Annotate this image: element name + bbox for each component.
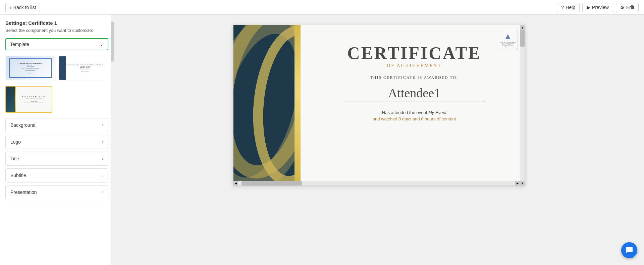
chevron-right-icon: › <box>102 123 103 127</box>
chevron-left-icon: ‹ <box>10 5 11 10</box>
sidebar: Settings: Certificate 1 Select the compo… <box>0 15 114 265</box>
cert-vertical-scrollbar[interactable]: ▲ ▼ <box>520 25 525 186</box>
cert-scroll-right-btn[interactable]: ▶ <box>515 181 520 186</box>
cert-has-attended: Has attended the event My Event <box>382 110 446 115</box>
cert-subtitle: OF ACHIEVEMENT <box>387 63 442 68</box>
cert-scroll-v-thumb[interactable] <box>520 30 525 47</box>
gear-icon: ⚙ <box>620 5 625 10</box>
cert-scroll-left-btn[interactable]: ◀ <box>233 181 238 186</box>
template-dropdown[interactable]: Template ⌄ <box>5 38 108 50</box>
help-button[interactable]: ? Help <box>557 3 580 12</box>
sidebar-item-logo[interactable]: Logo › <box>5 135 108 149</box>
edit-label: Edit <box>626 5 634 10</box>
cert-attendee-section: Attendee1 <box>344 86 485 104</box>
template-thumb-3[interactable]: CERTIFICATE OF ACHIEVEMENT Mary Doe <box>5 86 52 113</box>
preview-button[interactable]: ▶ Preview <box>582 3 613 12</box>
cert-scroll-v-track <box>520 30 525 181</box>
topbar: ‹ Back to list ? Help ▶ Preview ⚙ Edit <box>0 0 644 15</box>
cert-awarded-text: THIS CERTIFICATE IS AWARDED TO: <box>370 75 458 80</box>
logo-label: Logo <box>10 139 21 145</box>
cert-scroll-h-thumb[interactable] <box>241 181 302 186</box>
sidebar-scrollbar[interactable] <box>111 15 114 265</box>
cert-left-panel <box>233 25 301 186</box>
cert-title: CERTIFICATE <box>347 43 481 63</box>
certificate-inner: Your Company Logo Here CERTIFICATE OF AC… <box>233 25 525 186</box>
help-icon: ? <box>561 5 564 10</box>
back-to-list-label: Back to list <box>13 5 36 10</box>
cert-attendee-name: Attendee1 <box>344 86 485 100</box>
template-thumb-1[interactable]: Certificate of completion John Doe For s… <box>5 56 56 81</box>
cert-main-content: Your Company Logo Here CERTIFICATE OF AC… <box>301 25 525 186</box>
template-selected-row: CERTIFICATE OF ACHIEVEMENT Mary Doe <box>5 86 108 113</box>
sidebar-item-presentation[interactable]: Presentation › <box>5 185 108 199</box>
cert-horizontal-scrollbar[interactable]: ◀ ▶ <box>233 181 520 186</box>
cert-scroll-down-btn[interactable]: ▼ <box>520 181 525 186</box>
certificate-wrapper: Your Company Logo Here CERTIFICATE OF AC… <box>233 25 525 186</box>
sidebar-item-title[interactable]: Title › <box>5 152 108 166</box>
cert-watched-text: and watched 0 days and 0 hours of conten… <box>373 116 456 121</box>
back-to-list-button[interactable]: ‹ Back to list <box>5 3 40 12</box>
cert-event-name: My Event <box>428 110 446 115</box>
chevron-right-icon: › <box>102 140 103 144</box>
sidebar-content: Settings: Certificate 1 Select the compo… <box>0 15 114 265</box>
cert-logo-placeholder: Your Company Logo Here <box>498 42 518 46</box>
cert-scroll-up-btn[interactable]: ▲ <box>520 25 525 30</box>
chevron-right-icon: › <box>102 173 103 178</box>
sidebar-scroll-thumb[interactable] <box>111 21 114 62</box>
sidebar-title: Settings: Certificate 1 <box>5 20 108 26</box>
cert-logo: Your Company Logo Here <box>498 30 518 50</box>
chat-bubble-button[interactable] <box>621 242 637 258</box>
sidebar-item-background[interactable]: Background › <box>5 118 108 132</box>
title-label: Title <box>10 156 19 161</box>
chevron-right-icon: › <box>102 190 103 195</box>
cert-scroll-h-track <box>238 181 515 186</box>
edit-button[interactable]: ⚙ Edit <box>616 3 639 12</box>
sidebar-item-subtitle[interactable]: Subtitle › <box>5 168 108 182</box>
topbar-actions: ? Help ▶ Preview ⚙ Edit <box>557 3 639 12</box>
template-grid: Certificate of completion John Doe For s… <box>5 56 108 81</box>
subtitle-label: Subtitle <box>10 173 26 178</box>
preview-label: Preview <box>592 5 609 10</box>
chevron-right-icon: › <box>102 156 103 161</box>
cert-has-attended-text: Has attended the event <box>382 110 427 115</box>
background-label: Background <box>10 122 36 128</box>
template-dropdown-label: Template <box>10 42 29 47</box>
help-label: Help <box>566 5 575 10</box>
cert-gold-bar <box>294 25 301 186</box>
main-layout: Settings: Certificate 1 Select the compo… <box>0 15 644 265</box>
preview-icon: ▶ <box>587 5 590 10</box>
chevron-down-icon: ⌄ <box>100 42 104 47</box>
preview-area: Your Company Logo Here CERTIFICATE OF AC… <box>114 15 644 265</box>
template-thumb-2[interactable]: CERTIFICATE OF ACCOMPLISHMENT John Doe F… <box>58 56 109 81</box>
cert-attendee-underline <box>344 102 485 102</box>
presentation-label: Presentation <box>10 190 37 195</box>
certificate-container: Your Company Logo Here CERTIFICATE OF AC… <box>233 25 525 186</box>
sidebar-description: Select the component you want to customi… <box>5 28 108 33</box>
